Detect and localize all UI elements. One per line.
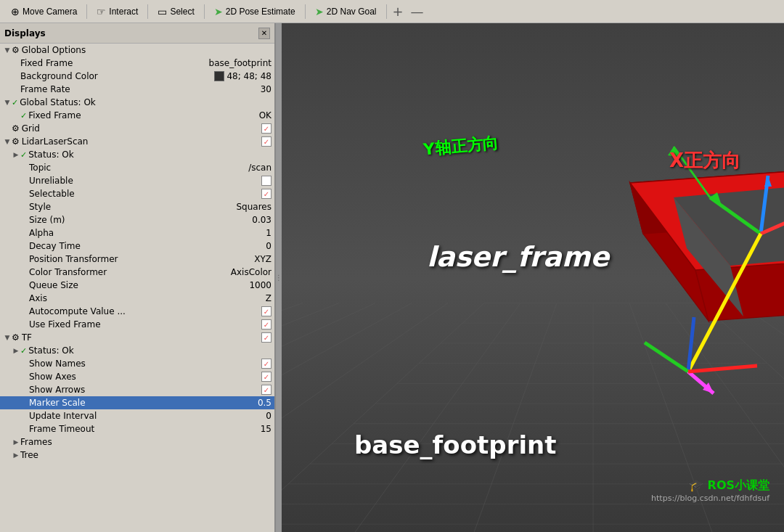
remove-button[interactable]: — <box>408 4 427 19</box>
expand-icon-global-options[interactable]: ▼ <box>3 46 12 54</box>
tree-row-show-axes[interactable]: Show Axes✓ <box>0 370 274 383</box>
tree-panel[interactable]: ▼⚙Global Options Fixed Framebase_footpri… <box>0 44 274 532</box>
displays-close-button[interactable]: ✕ <box>258 28 270 39</box>
expand-icon-global-status[interactable]: ▼ <box>3 98 12 107</box>
tree-row-show-arrows[interactable]: Show Arrows✓ <box>0 383 274 396</box>
spacer-pos-transformer <box>20 255 29 263</box>
pose-estimate-label: 2D Pose Estimate <box>226 7 295 17</box>
tree-row-marker-scale[interactable]: Marker Scale0.5 <box>0 396 274 409</box>
expand-icon-lidar-status[interactable]: ▶ <box>12 150 20 159</box>
check-tf-status: ✓ <box>20 346 27 356</box>
tree-row-queue-size[interactable]: Queue Size1000 <box>0 279 274 292</box>
tree-row-pos-transformer[interactable]: Position TransformerXYZ <box>0 253 274 266</box>
label-selectable: Selectable <box>29 189 261 199</box>
panel-splitter[interactable]: ⋮ <box>276 23 282 532</box>
label-color-transformer: Color Transformer <box>29 267 231 277</box>
tree-row-show-names[interactable]: Show Names✓ <box>0 357 274 370</box>
pose-estimate-button[interactable]: ➤ 2D Pose Estimate <box>208 3 302 20</box>
tree-row-update-interval[interactable]: Update Interval0 <box>0 409 274 422</box>
checkbox-grid[interactable]: ✓ <box>261 123 271 134</box>
expand-icon-frames-node[interactable]: ▶ <box>12 438 20 446</box>
checkbox-use-fixed-frame[interactable]: ✓ <box>261 319 271 330</box>
separator-1 <box>86 4 87 19</box>
tree-row-lidar[interactable]: ▼⚙LidarLaserScan✓ <box>0 135 274 148</box>
checkbox-show-arrows[interactable]: ✓ <box>261 385 271 395</box>
nav-goal-icon: ➤ <box>315 6 324 17</box>
tree-row-frame-rate[interactable]: Frame Rate30 <box>0 83 274 96</box>
spacer-autocompute <box>20 307 29 316</box>
expand-icon-tree-node[interactable]: ▶ <box>12 451 20 459</box>
add-button[interactable]: + <box>390 4 407 19</box>
tree-row-topic[interactable]: Topic/scan <box>0 161 274 174</box>
interact-button[interactable]: ☞ Interact <box>90 3 144 20</box>
spacer-gs-fixed-frame <box>12 111 20 120</box>
spacer-color-transformer <box>20 268 29 277</box>
tree-row-size-m[interactable]: Size (m)0.03 <box>0 213 274 226</box>
expand-icon-tf-status[interactable]: ▶ <box>12 346 20 355</box>
label-frame-timeout: Frame Timeout <box>29 424 261 434</box>
tree-row-alpha[interactable]: Alpha1 <box>0 226 274 240</box>
move-camera-button[interactable]: ⊕ Move Camera <box>4 3 83 20</box>
tree-row-axis[interactable]: AxisZ <box>0 292 274 305</box>
separator-5 <box>386 4 387 19</box>
checkbox-show-axes[interactable]: ✓ <box>261 372 271 382</box>
gear-icon-lidar: ⚙ <box>12 136 20 147</box>
value-alpha: 1 <box>266 228 271 238</box>
value-update-interval: 0 <box>266 411 271 421</box>
value-gs-fixed-frame: OK <box>259 110 271 120</box>
spacer-use-fixed-frame <box>20 320 29 329</box>
spacer-show-names <box>20 359 29 368</box>
checkbox-tf[interactable]: ✓ <box>261 332 271 343</box>
tree-row-bg-color[interactable]: Background Color 48; 48; 48 <box>0 70 274 83</box>
checkbox-lidar[interactable]: ✓ <box>261 136 271 147</box>
tree-row-tree-node[interactable]: ▶Tree <box>0 449 274 462</box>
tree-row-tf-status[interactable]: ▶✓Status: Ok <box>0 344 274 357</box>
label-tf-status: Status: Ok <box>28 345 274 356</box>
gear-icon-grid: ⚙ <box>12 123 20 134</box>
select-icon: ▭ <box>158 6 167 17</box>
spacer-unreliable <box>20 176 29 185</box>
tree-row-fixed-frame[interactable]: Fixed Framebase_footprint <box>0 57 274 70</box>
tree-row-global-status[interactable]: ▼✓Global Status: Ok <box>0 96 274 109</box>
tree-row-tf[interactable]: ▼⚙TF✓ <box>0 331 274 344</box>
select-button[interactable]: ▭ Select <box>151 3 200 20</box>
label-unreliable: Unreliable <box>29 176 261 186</box>
tree-row-autocompute[interactable]: Autocompute Value ...✓ <box>0 305 274 318</box>
tree-row-lidar-status[interactable]: ▶✓Status: Ok <box>0 148 274 161</box>
checkbox-show-names[interactable]: ✓ <box>261 359 271 369</box>
separator-4 <box>305 4 306 19</box>
tree-row-gs-fixed-frame[interactable]: ✓Fixed FrameOK <box>0 109 274 122</box>
tree-row-grid[interactable]: ⚙Grid✓ <box>0 122 274 135</box>
main-area: Displays ✕ ▼⚙Global Options Fixed Frameb… <box>0 23 784 532</box>
check-lidar-status: ✓ <box>20 150 27 160</box>
spacer-show-axes <box>20 372 29 381</box>
tree-row-style[interactable]: StyleSquares <box>0 200 274 213</box>
watermark: 🎓 ROS小课堂 https://blog.csdn.net/fdhfdsuf <box>651 478 769 503</box>
check-global-status: ✓ <box>12 98 18 107</box>
tree-row-use-fixed-frame[interactable]: Use Fixed Frame✓ <box>0 318 274 331</box>
expand-icon-tf[interactable]: ▼ <box>3 333 12 342</box>
spacer-bg-color <box>12 72 20 81</box>
expand-icon-lidar[interactable]: ▼ <box>3 137 12 146</box>
viewport[interactable]: Y轴正方向 X正方向 laser_frame base_footprint 🎓 … <box>282 23 784 532</box>
tree-row-unreliable[interactable]: Unreliable <box>0 174 274 187</box>
checkbox-selectable[interactable]: ✓ <box>261 189 271 199</box>
tree-row-frames-node[interactable]: ▶Frames <box>0 435 274 449</box>
label-pos-transformer: Position Transformer <box>29 254 254 264</box>
label-autocompute: Autocompute Value ... <box>29 306 261 316</box>
color-swatch-bg-color[interactable] <box>214 71 224 81</box>
tree-row-selectable[interactable]: Selectable✓ <box>0 187 274 200</box>
tree-row-decay-time[interactable]: Decay Time0 <box>0 240 274 253</box>
tree-row-global-options[interactable]: ▼⚙Global Options <box>0 44 274 57</box>
checkbox-autocompute[interactable]: ✓ <box>261 306 271 316</box>
pose-estimate-icon: ➤ <box>214 6 223 17</box>
tree-row-frame-timeout[interactable]: Frame Timeout15 <box>0 422 274 435</box>
checkbox-unreliable[interactable] <box>261 176 271 186</box>
value-axis: Z <box>266 293 271 303</box>
label-show-names: Show Names <box>29 359 261 369</box>
spacer-topic <box>20 163 29 172</box>
move-camera-label: Move Camera <box>23 7 77 17</box>
spacer-update-interval <box>20 412 29 420</box>
tree-row-color-transformer[interactable]: Color TransformerAxisColor <box>0 266 274 279</box>
nav-goal-button[interactable]: ➤ 2D Nav Goal <box>309 3 383 20</box>
